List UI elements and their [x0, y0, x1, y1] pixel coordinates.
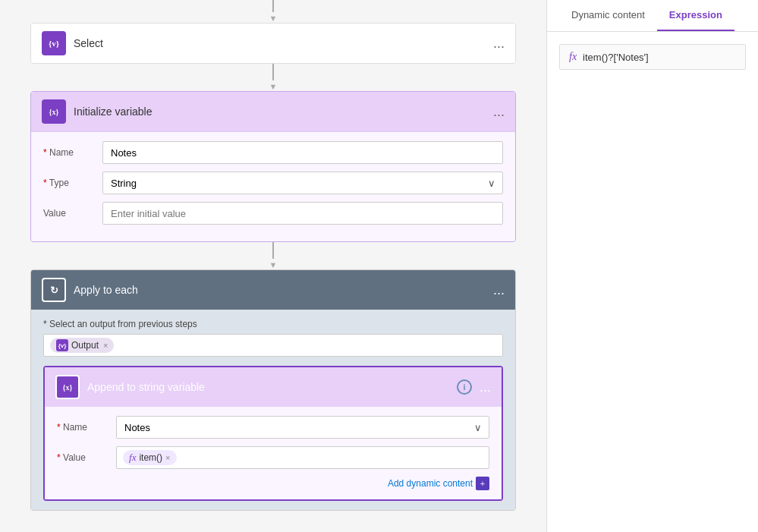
info-icon[interactable]: i [457, 379, 472, 395]
panel-body: fx item()?['Notes'] [547, 32, 758, 532]
append-value-row: Value fx item() × [57, 446, 489, 469]
tab-expression[interactable]: Expression [657, 0, 734, 31]
select-card-header: {v} Select ... [31, 24, 515, 63]
select-output-label: * Select an output from previous steps [43, 319, 503, 329]
append-card-menu[interactable]: ... [480, 380, 491, 394]
init-card-menu[interactable]: ... [493, 105, 505, 118]
fx-icon: fx [129, 452, 136, 464]
fx-tag-label: item() [139, 452, 162, 463]
output-tag-icon: {v} [56, 339, 68, 351]
panel-tabs: Dynamic content Expression [547, 0, 758, 32]
select-card: {v} Select ... [30, 23, 516, 64]
select-card-menu[interactable]: ... [493, 36, 505, 50]
value-field-row: Value [43, 202, 503, 225]
append-name-select[interactable]: Notes [116, 416, 489, 439]
init-card-title: Initialize variable [74, 105, 486, 118]
init-card-body: Name Type String Integer Float Boolean A… [31, 131, 515, 241]
value-input-area[interactable]: fx item() × [116, 446, 489, 469]
expression-value: item()?['Notes'] [583, 52, 649, 63]
expression-fx-icon: fx [569, 51, 577, 63]
value-input[interactable] [102, 202, 503, 225]
append-card-body: Name Notes Value fx [45, 407, 502, 499]
init-icon: {x} [42, 99, 66, 124]
select-icon: {v} [42, 31, 66, 55]
expression-row: fx item()?['Notes'] [559, 44, 746, 70]
init-variable-card: {x} Initialize variable ... Name Type St… [30, 91, 516, 242]
output-tag-wrapper: {v} Output × [43, 334, 503, 357]
append-card: {x} Append to string variable i ... Name… [43, 366, 503, 501]
type-select[interactable]: String Integer Float Boolean Array Objec… [102, 172, 503, 194]
append-name-select-wrapper: Notes [116, 416, 489, 439]
type-field-row: Type String Integer Float Boolean Array … [43, 172, 503, 194]
tab-dynamic-content[interactable]: Dynamic content [559, 0, 657, 31]
add-dynamic-content[interactable]: Add dynamic content + [57, 477, 489, 490]
append-card-title: Append to string variable [87, 381, 449, 393]
value-label: Value [43, 208, 96, 219]
select-card-title: Select [74, 37, 486, 49]
name-label: Name [43, 147, 96, 158]
top-connector [30, 0, 516, 23]
add-dynamic-label: Add dynamic content [388, 478, 473, 489]
right-panel: Dynamic content Expression fx item()?['N… [546, 0, 758, 532]
output-tag-label: Output [71, 340, 99, 351]
fx-tag-close[interactable]: × [165, 453, 170, 462]
flow-canvas: {v} Select ... {x} Initialize variable .… [0, 0, 546, 532]
append-icon: {x} [55, 375, 80, 399]
apply-card-title: Apply to each [74, 284, 486, 296]
apply-card-body: * Select an output from previous steps {… [31, 310, 515, 510]
connector-1 [30, 64, 516, 91]
append-name-row: Name Notes [57, 416, 489, 439]
apply-icon: ↻ [42, 278, 66, 302]
apply-card-header: ↻ Apply to each ... [31, 270, 515, 310]
add-dynamic-btn[interactable]: + [476, 477, 489, 490]
name-field-row: Name [43, 141, 503, 164]
apply-card-menu[interactable]: ... [493, 283, 505, 297]
fx-tag: fx item() × [123, 450, 177, 465]
append-card-header: {x} Append to string variable i ... [45, 367, 502, 407]
append-name-label: Name [57, 422, 110, 433]
type-label: Type [43, 178, 96, 188]
init-card-header: {x} Initialize variable ... [31, 92, 515, 131]
output-tag-close[interactable]: × [103, 341, 108, 350]
output-tag: {v} Output × [50, 338, 114, 353]
type-select-wrapper: String Integer Float Boolean Array Objec… [102, 172, 503, 194]
connector-2 [30, 242, 516, 269]
name-input[interactable] [102, 141, 503, 164]
append-value-label: Value [57, 452, 110, 463]
apply-card: ↻ Apply to each ... * Select an output f… [30, 269, 516, 511]
